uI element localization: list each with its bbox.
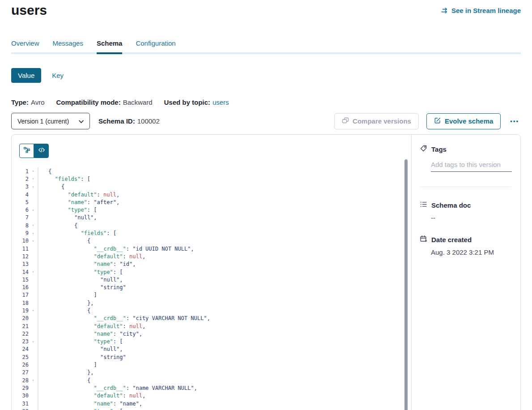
tab-configuration[interactable]: Configuration [136, 39, 175, 48]
line-number: 10 [12, 238, 29, 244]
code-text: "type": [ [38, 407, 402, 410]
line-number: 31 [12, 401, 29, 407]
version-select[interactable]: Version 1 (current) [11, 113, 90, 129]
add-tags-input[interactable] [431, 161, 512, 172]
line-number: 9 [12, 230, 29, 236]
code-line: 8▾{ [12, 222, 402, 229]
code-text: "default": null, [38, 392, 402, 400]
collapse-arrow-icon[interactable]: ▾ [29, 239, 38, 243]
line-number: 18 [12, 300, 29, 306]
code-line: 23▾"type": [ [12, 338, 402, 346]
code-line: 16"string" [12, 283, 402, 291]
code-line: 3▾{ [12, 183, 402, 191]
tab-schema[interactable]: Schema [97, 39, 123, 48]
line-number: 1 [12, 168, 29, 175]
code-text: "fields": [ [38, 175, 402, 183]
code-text: { [38, 307, 402, 314]
schema-id-label: Schema ID: [98, 117, 135, 125]
tab-messages[interactable]: Messages [53, 39, 83, 48]
code-text: }, [38, 299, 402, 307]
tag-icon [420, 145, 427, 154]
code-line: 5"name": "after", [12, 198, 402, 206]
collapse-arrow-icon[interactable]: ▾ [29, 185, 38, 189]
line-number: 11 [12, 246, 29, 252]
code-text: "default": null, [38, 252, 402, 260]
collapse-arrow-icon[interactable]: ▾ [29, 223, 38, 227]
collapse-arrow-icon[interactable]: ▾ [29, 340, 38, 344]
tab-overview[interactable]: Overview [11, 39, 39, 48]
code-view-button[interactable] [34, 144, 49, 158]
code-text: "string" [38, 283, 402, 291]
line-number: 21 [12, 323, 29, 329]
tags-section-heading: Tags [420, 145, 511, 154]
code-line: 11"__crdb__": "id UUID NOT NULL", [12, 245, 402, 252]
compare-versions-button[interactable]: Compare versions [334, 113, 419, 129]
schema-id-value: 100002 [137, 117, 160, 125]
schema-meta-row: Type: Avro Compatibility mode: Backward … [11, 98, 229, 106]
line-number: 13 [12, 261, 29, 267]
code-text: { [38, 237, 402, 245]
edit-icon [434, 117, 441, 125]
code-region: 1▾{2▾"fields": [3▾{4"default": null,5"na… [12, 135, 411, 410]
key-tab-link[interactable]: Key [52, 72, 64, 79]
line-number: 14 [12, 269, 29, 275]
version-select-value: Version 1 (current) [17, 118, 69, 125]
code-text: "string" [38, 353, 402, 361]
code-text: "name": "id", [38, 261, 402, 268]
line-number: 12 [12, 253, 29, 260]
code-line: 19▾{ [12, 307, 402, 314]
code-text: "__crdb__": "name VARCHAR NULL", [38, 384, 402, 392]
compare-versions-label: Compare versions [353, 117, 411, 125]
code-text: "default": null, [38, 322, 402, 330]
compatibility-mode-label: Compatibility mode: [56, 98, 120, 106]
schema-sidebar: Tags Schema doc -- [411, 135, 521, 410]
type-value: Avro [31, 98, 45, 106]
serde-toggle: Value Key [11, 68, 64, 83]
collapse-arrow-icon[interactable]: ▾ [29, 169, 38, 173]
schema-viewer-panel: 1▾{2▾"fields": [3▾{4"default": null,5"na… [11, 134, 521, 410]
collapse-arrow-icon[interactable]: ▾ [29, 208, 38, 212]
collapse-arrow-icon[interactable]: ▾ [29, 270, 38, 274]
compatibility-mode-value: Backward [123, 98, 153, 106]
code-text: "fields": [ [38, 229, 402, 237]
code-line: 24"null", [12, 346, 402, 353]
sidebar-divider [420, 187, 511, 187]
line-number: 30 [12, 393, 29, 399]
code-line: 32▾"type": [ [12, 407, 402, 410]
used-by-topic-link[interactable]: users [213, 98, 229, 106]
collapse-arrow-icon[interactable]: ▾ [29, 308, 38, 312]
line-number: 29 [12, 385, 29, 391]
line-number: 19 [12, 308, 29, 314]
see-in-stream-lineage-link[interactable]: See in Stream lineage [441, 7, 521, 14]
code-text: "null", [38, 276, 402, 283]
code-line: 22"name": "city", [12, 330, 402, 337]
meta-used-by-topic: Used by topic: users [164, 98, 229, 106]
collapse-arrow-icon[interactable]: ▾ [29, 231, 38, 235]
more-actions-button[interactable]: ••• [508, 118, 521, 124]
schema-doc-title: Schema doc [431, 201, 471, 209]
meta-type: Type: Avro [11, 98, 44, 106]
code-scrollbar-thumb[interactable] [404, 159, 408, 410]
tree-view-icon [23, 146, 30, 155]
code-text: "__crdb__": "city VARCHAR NOT NULL", [38, 315, 402, 322]
line-number: 5 [12, 199, 29, 205]
code-line: 2▾"fields": [ [12, 175, 402, 183]
code-line: 15"null", [12, 276, 402, 283]
code-text: "null", [38, 346, 402, 353]
tree-view-button[interactable] [19, 144, 34, 158]
see-in-stream-lineage-label: See in Stream lineage [451, 7, 521, 14]
code-line: 28▾{ [12, 376, 402, 384]
code-view-icon [38, 146, 45, 155]
value-tab-button[interactable]: Value [11, 68, 41, 83]
code-text: "name": "after", [38, 198, 402, 206]
collapse-arrow-icon[interactable]: ▾ [29, 378, 38, 382]
calendar-plus-icon [420, 235, 427, 244]
code-line: 1▾{ [12, 167, 402, 175]
collapse-arrow-icon[interactable]: ▾ [29, 177, 38, 181]
code-text: ] [38, 361, 402, 368]
code-line: 9▾"fields": [ [12, 229, 402, 237]
evolve-schema-button[interactable]: Evolve schema [426, 113, 501, 129]
code-text: ] [38, 291, 402, 299]
date-created-title: Date created [431, 236, 472, 243]
code-text: { [38, 376, 402, 384]
